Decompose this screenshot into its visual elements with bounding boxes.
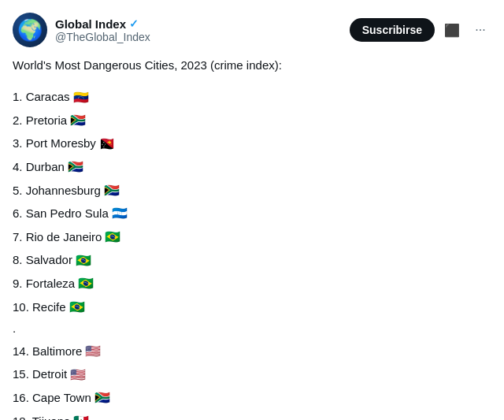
flag-icon: 🇿🇦	[70, 110, 86, 131]
list-item: 2. Pretoria 🇿🇦	[13, 110, 491, 131]
city-text: 18. Tijuana	[13, 412, 70, 420]
city-text: 8. Salvador	[13, 251, 72, 269]
city-text: 6. San Pedro Sula	[13, 204, 109, 223]
globe-icon: 🌍	[17, 18, 43, 43]
header-right: Suscribirse ⬛ ···	[350, 18, 491, 42]
header-left: 🌍 Global Index ✓ @TheGlobal_Index	[13, 13, 150, 47]
tweet-container: 🌍 Global Index ✓ @TheGlobal_Index Suscri…	[0, 0, 504, 420]
city-text: 2. Pretoria	[13, 111, 67, 130]
list-item: 18. Tijuana 🇲🇽	[13, 411, 491, 420]
city-text: 5. Johannesburg	[13, 181, 101, 200]
subscribe-button[interactable]: Suscribirse	[350, 18, 435, 42]
tweet-header: 🌍 Global Index ✓ @TheGlobal_Index Suscri…	[13, 13, 491, 47]
list-item: 15. Detroit 🇺🇸	[13, 365, 491, 385]
city-text: 15. Detroit	[13, 365, 67, 384]
flag-icon: 🇿🇦	[68, 157, 83, 177]
city-text: 7. Rio de Janeiro	[13, 228, 102, 247]
flag-icon: 🇭🇳	[112, 203, 128, 224]
city-text: 9. Fortaleza	[13, 274, 75, 293]
list-item: 7. Rio de Janeiro 🇧🇷	[13, 227, 491, 247]
additional-city-list: 14. Baltimore 🇺🇸15. Detroit 🇺🇸16. Cape T…	[13, 341, 491, 420]
city-text: 16. Cape Town	[13, 388, 91, 407]
flag-icon: 🇻🇪	[73, 87, 89, 108]
separator: .	[13, 320, 491, 338]
list-item: 14. Baltimore 🇺🇸	[13, 341, 491, 362]
list-item: 4. Durban 🇿🇦	[13, 157, 491, 177]
city-text: 3. Port Moresby	[13, 134, 96, 153]
flag-icon: 🇲🇽	[73, 411, 89, 420]
account-handle: @TheGlobal_Index	[55, 31, 150, 43]
edit-icon: ⬛	[444, 23, 460, 38]
flag-icon: 🇿🇦	[94, 388, 110, 408]
account-name: Global Index ✓	[55, 17, 150, 31]
list-item: 8. Salvador 🇧🇷	[13, 251, 491, 271]
list-item: 9. Fortaleza 🇧🇷	[13, 273, 491, 294]
city-text: 1. Caracas	[13, 87, 70, 106]
more-button[interactable]: ···	[469, 19, 491, 41]
list-item: 1. Caracas 🇻🇪	[13, 87, 491, 108]
tweet-content: World's Most Dangerous Cities, 2023 (cri…	[13, 57, 491, 420]
edit-button[interactable]: ⬛	[441, 19, 463, 41]
city-text: 10. Recife	[13, 298, 66, 317]
flag-icon: 🇵🇬	[99, 134, 115, 154]
avatar: 🌍	[13, 13, 47, 47]
list-item: 3. Port Moresby 🇵🇬	[13, 134, 491, 154]
list-item: 5. Johannesburg 🇿🇦	[13, 180, 491, 201]
flag-icon: 🇧🇷	[69, 297, 85, 318]
flag-icon: 🇧🇷	[76, 251, 91, 271]
more-icon: ···	[475, 23, 485, 37]
account-name-text: Global Index	[55, 17, 126, 31]
flag-icon: 🇿🇦	[104, 180, 120, 201]
city-text: 14. Baltimore	[13, 342, 82, 361]
account-info: Global Index ✓ @TheGlobal_Index	[55, 17, 150, 43]
city-list: 1. Caracas 🇻🇪2. Pretoria 🇿🇦3. Port Mores…	[13, 87, 491, 318]
list-item: 16. Cape Town 🇿🇦	[13, 388, 491, 408]
city-text: 4. Durban	[13, 158, 65, 177]
flag-icon: 🇺🇸	[70, 365, 86, 385]
verified-icon: ✓	[129, 17, 139, 30]
flag-icon: 🇧🇷	[105, 227, 120, 247]
tweet-title: World's Most Dangerous Cities, 2023 (cri…	[13, 57, 491, 75]
flag-icon: 🇺🇸	[85, 341, 101, 362]
flag-icon: 🇧🇷	[78, 273, 94, 294]
list-item: 10. Recife 🇧🇷	[13, 297, 491, 318]
list-item: 6. San Pedro Sula 🇭🇳	[13, 203, 491, 224]
